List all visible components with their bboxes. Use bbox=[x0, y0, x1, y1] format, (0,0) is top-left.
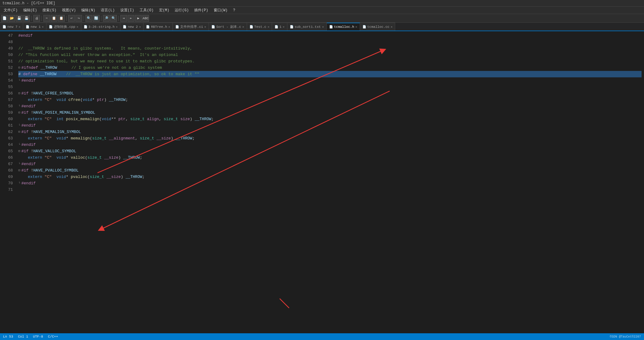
tab-close-1[interactable]: ✕ bbox=[283, 25, 285, 29]
code-57-star: * bbox=[92, 97, 97, 103]
code-63-comma: , bbox=[135, 135, 140, 142]
toolbar-save-all[interactable]: 💾 bbox=[23, 15, 30, 22]
code-60-void: void bbox=[102, 116, 111, 122]
code-line-64: └#endif bbox=[18, 142, 642, 148]
menu-help[interactable]: ? bbox=[231, 8, 238, 13]
toolbar-indent[interactable]: ⇥ bbox=[120, 15, 127, 22]
toolbar-open[interactable]: 📂 bbox=[9, 15, 15, 22]
code-50-content: // "This bbox=[18, 52, 40, 58]
menu-edit[interactable]: 编辑(E) bbox=[21, 7, 40, 13]
code-65-if: #if bbox=[21, 148, 31, 154]
toolbar-zoom-in[interactable]: 🔎 bbox=[103, 15, 110, 22]
code-57-ptr: ptr bbox=[97, 97, 104, 103]
toolbar-find[interactable]: 🔍 bbox=[86, 15, 92, 22]
tab-filesort[interactable]: 📄 文件外排序.ci ✕ bbox=[173, 23, 209, 31]
ln-62: 62 bbox=[0, 129, 13, 135]
tab-new7[interactable]: 📄 new 7 ✕ bbox=[0, 23, 23, 31]
tab-close-new7[interactable]: ✕ bbox=[19, 25, 20, 29]
tab-close-sort[interactable]: ✕ bbox=[242, 25, 244, 29]
menu-settings[interactable]: 设置(I) bbox=[118, 7, 137, 13]
tab-close-new1[interactable]: ✕ bbox=[42, 25, 44, 29]
code-69-sp1 bbox=[42, 174, 45, 180]
status-line: Ln 53 bbox=[3, 335, 13, 338]
tab-1[interactable]: 📄 1 ✕ bbox=[272, 23, 287, 31]
menu-view[interactable]: 视图(V) bbox=[60, 7, 78, 13]
code-line-49: // __THROW is defined in glibc systems. … bbox=[18, 45, 642, 52]
code-49-content: // __THROW is defined in glibc systems. … bbox=[18, 45, 192, 52]
toolbar-paste[interactable]: 📋 bbox=[58, 15, 65, 22]
code-57-semi: ; bbox=[126, 97, 128, 103]
code-63-memalign: memalign bbox=[71, 135, 90, 142]
toolbar-copy[interactable]: 📋 bbox=[51, 15, 57, 22]
tab-close-new2[interactable]: ✕ bbox=[139, 25, 141, 29]
code-line-69: extern "C" void* pvalloc(size_t __size) … bbox=[18, 174, 642, 180]
menu-window[interactable]: 窗口(W) bbox=[211, 7, 230, 13]
code-60-ss: ** bbox=[111, 116, 118, 122]
code-60-sp1 bbox=[42, 116, 45, 122]
tab-close-tcmalloccc[interactable]: ✕ bbox=[391, 25, 392, 29]
tab-close-subsort[interactable]: ✕ bbox=[322, 25, 324, 29]
code-62-macro: HAVE_MEMALIGN_SYMBOL bbox=[33, 129, 81, 135]
tab-close-tcmalloch[interactable]: ✕ bbox=[355, 25, 357, 29]
ln-52: 52 bbox=[0, 65, 13, 71]
toolbar-redo[interactable]: ↪ bbox=[75, 15, 82, 22]
ln-57: 57 bbox=[0, 97, 13, 103]
ln-50: 50 bbox=[0, 52, 13, 58]
fold-59: ⊟ bbox=[18, 109, 20, 116]
tab-test[interactable]: 📄 Test.c ✕ bbox=[247, 23, 272, 31]
tab-string[interactable]: 📄 3-26-string.h ✕ bbox=[81, 23, 121, 31]
tab-new2[interactable]: 📄 new 2 ✕ bbox=[120, 23, 144, 31]
toolbar-zoom-out[interactable]: 🔍 bbox=[110, 15, 117, 22]
code-57-sp2 bbox=[52, 97, 56, 103]
code-53-throw: __THROW bbox=[40, 71, 56, 77]
arrow-partial-bottom bbox=[280, 299, 289, 308]
tab-sort[interactable]: 📄 Sort - 副本.c ✕ bbox=[209, 23, 247, 31]
menu-plugin[interactable]: 插件(P) bbox=[192, 7, 211, 13]
tab-close-jinzhi[interactable]: ✕ bbox=[77, 25, 78, 29]
fold-65: ⊟ bbox=[18, 148, 20, 154]
code-59-if: #if bbox=[21, 109, 31, 116]
tab-jinzhi[interactable]: 📄 进制转换.cpp ✕ bbox=[46, 23, 81, 31]
menu-edit2[interactable]: 编辑(N) bbox=[79, 7, 98, 13]
code-60-comma1: , bbox=[126, 116, 130, 122]
fold-52: ⊟ bbox=[18, 65, 20, 71]
code-69-c: "C" bbox=[45, 174, 52, 180]
code-56-if: #if bbox=[21, 90, 31, 97]
menu-run[interactable]: 运行(G) bbox=[172, 7, 191, 13]
code-69-void: void bbox=[56, 174, 66, 180]
menu-lang[interactable]: 语言(L) bbox=[98, 7, 117, 13]
tab-close-string[interactable]: ✕ bbox=[116, 25, 118, 29]
toolbar-run[interactable]: ▶ bbox=[135, 15, 142, 22]
menu-tools[interactable]: 工具(O) bbox=[137, 7, 156, 13]
code-63-void: void bbox=[56, 135, 66, 142]
menu-file[interactable]: 文件(F) bbox=[1, 7, 20, 13]
tab-tcmalloccc[interactable]: 📄 tcmalloc.cc ✕ bbox=[360, 23, 395, 31]
toolbar-cut[interactable]: ✂ bbox=[43, 15, 50, 22]
tab-rbtree[interactable]: 📄 RBTree.h ✕ bbox=[144, 23, 173, 31]
toolbar-replace[interactable]: 🔄 bbox=[93, 15, 100, 22]
code-line-58: └#endif bbox=[18, 103, 642, 109]
code-60-posix: posix_memalign bbox=[66, 116, 99, 122]
tab-tcmalloch[interactable]: 📄 tcmalloc.h ✕ bbox=[327, 23, 360, 31]
toolbar-outdent[interactable]: ⇤ bbox=[128, 15, 134, 22]
statusbar: Ln 53 Col 1 UTF-8 C/C++ ©SDN @TauCet©220… bbox=[0, 333, 644, 340]
toolbar-print[interactable]: 🖨 bbox=[33, 15, 40, 22]
menu-macro[interactable]: 宏(M) bbox=[157, 7, 172, 13]
toolbar-undo[interactable]: ↩ bbox=[68, 15, 75, 22]
code-63-sizet1: size_t bbox=[92, 135, 107, 142]
tab-new1[interactable]: 📄 new 1 ✕ bbox=[23, 23, 46, 31]
menu-search[interactable]: 搜索(S) bbox=[40, 7, 59, 13]
code-69-pvalloc: pvalloc bbox=[71, 174, 88, 180]
code-53-spaces bbox=[56, 71, 66, 77]
tab-close-rbtree[interactable]: ✕ bbox=[168, 25, 170, 29]
code-68-bang: ! bbox=[31, 167, 33, 174]
toolbar-new[interactable]: 📄 bbox=[1, 15, 8, 22]
code-60-c: "C" bbox=[45, 116, 52, 122]
tab-close-test[interactable]: ✕ bbox=[267, 25, 269, 29]
tab-subsort[interactable]: 📄 sub_sort1.txt ✕ bbox=[287, 23, 327, 31]
toolbar-spell[interactable]: ABC bbox=[142, 15, 149, 22]
toolbar-save[interactable]: 💾 bbox=[16, 15, 23, 22]
tab-close-filesort[interactable]: ✕ bbox=[204, 25, 206, 29]
code-area[interactable]: #endif // __THROW is defined in glibc sy… bbox=[16, 31, 644, 333]
ln-71: 71 bbox=[0, 187, 13, 193]
